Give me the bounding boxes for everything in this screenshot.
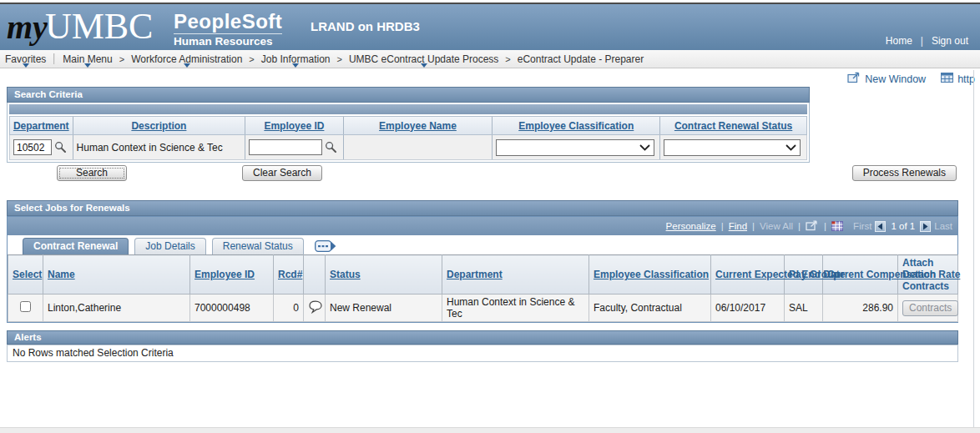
cell-rcd: 0 [274,295,304,322]
tab-renewal-status[interactable]: Renewal Status [212,238,304,254]
breadcrumb-main-menu[interactable]: Main Menu [63,53,112,65]
personalize-link[interactable]: Personalize [666,221,716,231]
cell-status: New Renewal [326,295,442,322]
department-field[interactable] [13,139,52,155]
renewals-grid: Personalize | Find | View All | | First … [7,216,958,323]
app-banner: myUMBC PeopleSoft Human Resources LRAND … [0,3,980,50]
show-all-columns-icon[interactable] [315,240,336,252]
breadcrumb-divider [53,53,55,64]
col-current-compensation-rate[interactable]: Current Compensation Rate [827,269,960,280]
new-window-icon [847,72,861,86]
page-indicator: 1 of 1 [891,221,915,231]
breadcrumb-separator: > [249,54,254,64]
col-department[interactable]: Department [447,269,503,280]
col-status[interactable]: Status [330,269,361,280]
search-panel-strip [9,104,807,114]
tab-contract-renewal[interactable]: Contract Renewal [23,238,129,254]
nav-pipe: | [721,221,724,231]
nav-pipe: | [824,221,826,231]
myumbc-logo: myUMBC [7,5,153,48]
http-grid-icon [941,73,953,85]
comment-bubble-icon[interactable] [308,305,323,316]
process-renewals-button[interactable]: Process Renewals [852,165,957,181]
employee-id-lookup-icon[interactable] [325,141,337,154]
grid-title: Select Jobs for Renewals [7,200,958,216]
cell-employee-id: 7000000498 [190,295,274,322]
comment-column-header [304,255,326,295]
peoplesoft-page: myUMBC PeopleSoft Human Resources LRAND … [0,0,980,433]
contract-renewal-status-select[interactable] [664,139,801,156]
popup-window-icon[interactable] [806,220,819,233]
dropdown-chevron-icon [786,144,796,151]
search-button[interactable]: Search [57,165,127,181]
breadcrumb-favorites[interactable]: Favorites [5,53,46,65]
dropdown-chevron-icon [639,144,650,151]
renewals-table: Select Name Employee ID Rcd# Status Depa… [8,254,958,322]
product-name: PeopleSoft [174,10,282,33]
nav-pipe: | [752,221,755,231]
breadcrumb: Favorites Main Menu > Workforce Administ… [0,50,980,68]
search-value-row: Human Context in Science & Tec [9,135,807,160]
signout-link[interactable]: Sign out [932,35,968,47]
session-separator: | [921,35,923,47]
download-grid-icon[interactable] [831,220,843,233]
clear-search-button[interactable]: Clear Search [242,165,322,181]
cell-name: Linton,Catherine [43,295,190,322]
view-all-link: View All [760,221,793,231]
cell-end-date: 06/10/2017 [711,295,785,322]
col-select[interactable]: Select [13,269,42,280]
search-col-department[interactable]: Department [13,120,69,132]
http-group: http [941,73,975,85]
breadcrumb-separator: > [337,54,342,64]
breadcrumb-current-page: eContract Update - Preparer [518,53,644,65]
cell-classification: Faculty, Contractual [589,295,711,322]
logo-my-text: my [7,8,48,46]
logo-umbc-text: UMBC [45,6,154,47]
prev-page-icon[interactable] [875,221,886,232]
breadcrumb-econtract-update-process[interactable]: UMBC eContract Update Process [349,53,498,65]
search-col-contract-renewal-status[interactable]: Contract Renewal Status [674,120,792,132]
breadcrumb-job-information[interactable]: Job Information [261,53,331,65]
cell-comp-rate: 286.90 [823,295,898,322]
search-col-employee-name[interactable]: Employee Name [379,120,457,132]
search-col-employee-id[interactable]: Employee ID [264,120,324,132]
product-subtitle: Human Resources [174,33,282,48]
next-page-icon[interactable] [920,221,931,232]
employee-id-field[interactable] [249,139,322,155]
session-links: Home|Sign out [886,35,968,47]
http-link[interactable]: http [957,73,975,85]
product-logo: PeopleSoft Human Resources [174,10,282,48]
employee-classification-select[interactable] [496,139,654,156]
cell-department: Human Context in Science & Tec [442,295,589,322]
alerts-message: No Rows matched Selection Criteria [7,345,958,362]
breadcrumb-separator: > [505,54,510,64]
col-name[interactable]: Name [48,269,75,280]
search-header-row: Department Description Employee ID Emplo… [9,116,807,135]
search-col-description[interactable]: Description [131,120,186,132]
search-col-employee-classification[interactable]: Employee Classification [518,120,634,132]
grid-nav-bar: Personalize | Find | View All | | First … [8,217,957,235]
new-window-link[interactable]: New Window [865,73,926,85]
environment-label: LRAND on HRDB3 [311,19,420,33]
first-link: First [853,221,871,231]
find-link[interactable]: Find [729,221,747,231]
search-criteria-panel: Department Description Employee ID Emplo… [7,103,810,163]
home-link[interactable]: Home [886,35,912,47]
row-select-checkbox[interactable] [20,301,31,312]
content-right-border [973,70,974,427]
tab-job-details[interactable]: Job Details [134,238,205,254]
description-value: Human Context in Science & Tec [77,142,223,154]
breadcrumb-separator: > [119,54,124,64]
col-rcd[interactable]: Rcd# [278,269,302,280]
breadcrumb-workforce-administration[interactable]: Workforce Administration [131,53,242,65]
col-employee-classification[interactable]: Employee Classification [594,269,709,280]
bottom-scrollbar-track[interactable] [0,427,980,433]
contracts-button: Contracts [902,300,958,316]
page-action-links: New Window http [832,72,975,86]
last-link: Last [934,221,952,231]
col-employee-id[interactable]: Employee ID [194,269,255,280]
nav-pipe: | [798,221,801,231]
grid-tabs: Contract Renewal Job Details Renewal Sta… [8,235,957,254]
department-lookup-icon[interactable] [54,141,67,154]
cell-pay-group: SAL [785,295,823,322]
